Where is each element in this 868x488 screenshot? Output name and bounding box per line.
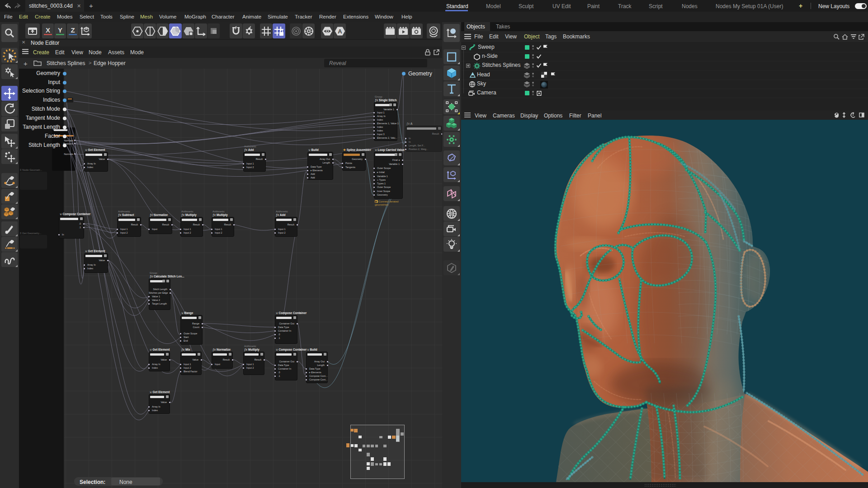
svg-text:X: X <box>46 26 50 34</box>
svg-text:Y: Y <box>58 26 62 34</box>
svg-text:A: A <box>338 28 342 35</box>
svg-text:Z: Z <box>71 26 75 34</box>
